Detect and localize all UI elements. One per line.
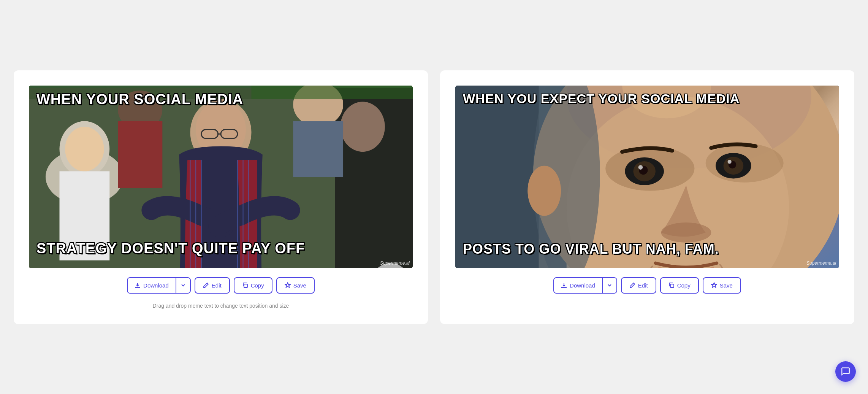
meme-1-actions: Download Edit Copy [127, 277, 315, 294]
svg-point-35 [728, 160, 732, 164]
meme-1-top-text: WHEN YOUR SOCIAL MEDIA [29, 92, 413, 108]
edit-icon-2 [629, 282, 635, 288]
copy-icon-1 [242, 282, 248, 288]
copy-icon-2 [668, 282, 675, 288]
download-group-2: Download [553, 277, 617, 294]
svg-point-31 [638, 165, 643, 170]
copy-label-1: Copy [251, 282, 264, 289]
meme-2-top-text: WHEN YOU EXPECT YOUR SOCIAL MEDIA [455, 92, 839, 106]
svg-point-36 [661, 222, 711, 243]
meme-image-2: WHEN YOU EXPECT YOUR SOCIAL MEDIA POSTS … [455, 86, 839, 268]
download-label-1: Download [143, 282, 169, 289]
download-button-2[interactable]: Download [554, 278, 603, 293]
meme-2-watermark: Supermeme.ai [806, 261, 836, 266]
save-button-2[interactable]: Save [703, 277, 741, 294]
chat-bubble-button[interactable] [835, 361, 856, 382]
edit-label-2: Edit [638, 282, 648, 289]
chevron-down-icon-2 [607, 283, 612, 288]
download-chevron-2[interactable] [603, 278, 616, 293]
svg-rect-15 [118, 121, 162, 188]
meme-2-bottom-text: POSTS TO GO VIRAL BUT NAH, FAM. [455, 241, 839, 257]
edit-button-2[interactable]: Edit [621, 277, 656, 294]
meme-1-hint: Drag and drop meme text to change text p… [153, 303, 289, 309]
copy-label-2: Copy [677, 282, 691, 289]
save-button-1[interactable]: Save [276, 277, 315, 294]
svg-point-6 [65, 127, 104, 171]
download-icon-2 [561, 282, 567, 288]
svg-rect-20 [244, 284, 247, 288]
svg-point-40 [527, 165, 561, 216]
edit-label-1: Edit [212, 282, 222, 289]
page-container: WHEN YOUR SOCIAL MEDIA STRATEGY DOESN'T … [0, 55, 868, 339]
chat-icon [841, 367, 851, 377]
meme-card-1: WHEN YOUR SOCIAL MEDIA STRATEGY DOESN'T … [14, 70, 428, 324]
meme-image-1: WHEN YOUR SOCIAL MEDIA STRATEGY DOESN'T … [29, 86, 413, 268]
download-chevron-1[interactable] [176, 278, 190, 293]
star-icon-1 [285, 282, 291, 288]
copy-button-1[interactable]: Copy [234, 277, 272, 294]
copy-button-2[interactable]: Copy [660, 277, 699, 294]
svg-rect-22 [455, 86, 539, 268]
svg-point-8 [341, 102, 385, 152]
save-label-2: Save [720, 282, 733, 289]
svg-rect-17 [293, 121, 343, 176]
meme-2-actions: Download Edit Copy [553, 277, 741, 294]
download-label-2: Download [570, 282, 595, 289]
edit-button-1[interactable]: Edit [195, 277, 230, 294]
svg-rect-41 [670, 284, 674, 288]
chevron-down-icon-1 [181, 283, 185, 288]
download-icon-1 [135, 282, 141, 288]
meme-1-bottom-text: STRATEGY DOESN'T QUITE PAY OFF [29, 241, 413, 257]
meme-1-watermark: Supermeme.ai [380, 261, 410, 266]
download-group-1: Download [127, 277, 191, 294]
download-button-1[interactable]: Download [128, 278, 176, 293]
save-label-1: Save [293, 282, 306, 289]
edit-icon-1 [203, 282, 209, 288]
meme-card-2: WHEN YOU EXPECT YOUR SOCIAL MEDIA POSTS … [440, 70, 854, 324]
star-icon-2 [711, 282, 717, 288]
meme-2-illustration [455, 86, 839, 268]
